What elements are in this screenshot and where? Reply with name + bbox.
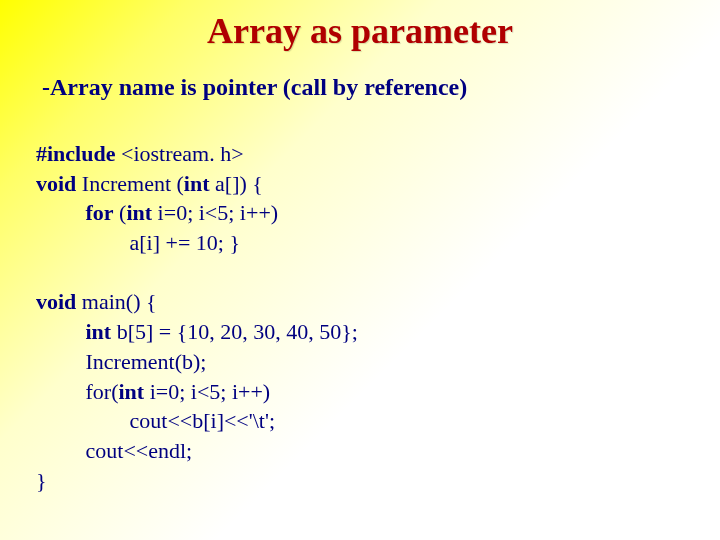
keyword-include: #include bbox=[36, 141, 115, 166]
keyword-int: int bbox=[86, 319, 112, 344]
code-text: <iostream. h> bbox=[115, 141, 243, 166]
keyword-void: void bbox=[36, 289, 76, 314]
code-line: cout<<endl; bbox=[36, 436, 684, 466]
code-text: Increment ( bbox=[76, 171, 184, 196]
code-line: #include <iostream. h> bbox=[36, 139, 684, 169]
code-text: ( bbox=[114, 200, 127, 225]
code-text: for( bbox=[36, 379, 118, 404]
code-text: b[5] = {10, 20, 30, 40, 50}; bbox=[111, 319, 358, 344]
slide-subtitle: -Array name is pointer (call by referenc… bbox=[42, 74, 684, 101]
code-line: void Increment (int a[]) { bbox=[36, 169, 684, 199]
keyword-int: int bbox=[126, 200, 152, 225]
code-line: } bbox=[36, 466, 684, 496]
code-line: a[i] += 10; } bbox=[36, 228, 684, 258]
keyword-int: int bbox=[184, 171, 210, 196]
code-text: a[]) { bbox=[210, 171, 263, 196]
keyword-void: void bbox=[36, 171, 76, 196]
code-line: for (int i=0; i<5; i++) bbox=[36, 198, 684, 228]
code-line: cout<<b[i]<<'\t'; bbox=[36, 406, 684, 436]
slide-title: Array as parameter bbox=[36, 10, 684, 52]
code-block: #include <iostream. h> void Increment (i… bbox=[36, 139, 684, 495]
code-line: void main() { bbox=[36, 287, 684, 317]
slide: Array as parameter -Array name is pointe… bbox=[0, 0, 720, 540]
keyword-for: for bbox=[86, 200, 114, 225]
keyword-int: int bbox=[118, 379, 144, 404]
code-text: main() { bbox=[76, 289, 156, 314]
code-line: for(int i=0; i<5; i++) bbox=[36, 377, 684, 407]
code-text: i=0; i<5; i++) bbox=[152, 200, 278, 225]
code-line: int b[5] = {10, 20, 30, 40, 50}; bbox=[36, 317, 684, 347]
code-line bbox=[36, 258, 684, 288]
code-text: i=0; i<5; i++) bbox=[144, 379, 270, 404]
code-line: Increment(b); bbox=[36, 347, 684, 377]
